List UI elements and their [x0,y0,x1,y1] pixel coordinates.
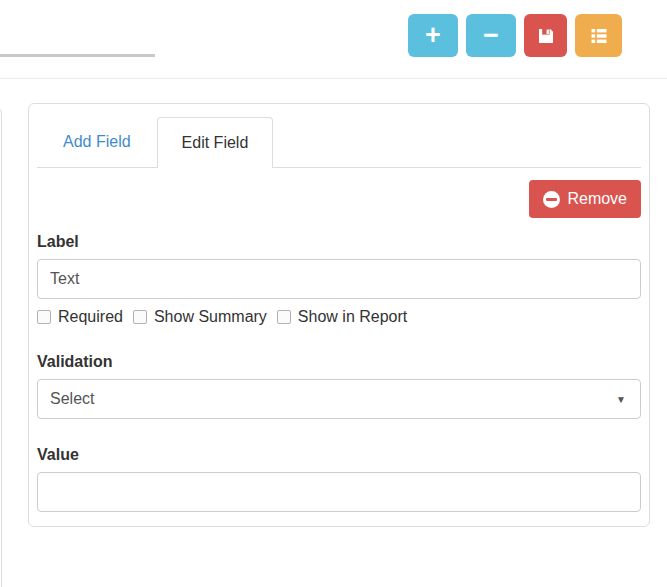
save-button[interactable] [524,14,567,57]
validation-selected-value: Select [50,390,94,408]
show-summary-label: Show Summary [154,308,267,326]
list-icon [590,27,608,45]
save-icon [537,27,555,45]
required-label: Required [58,308,123,326]
show-summary-option[interactable]: Show Summary [133,308,267,326]
required-checkbox[interactable] [37,310,51,324]
show-in-report-label: Show in Report [298,308,407,326]
remove-button[interactable]: Remove [529,180,641,218]
tab-bar: Add Field Edit Field [37,104,641,168]
form-builder-toolbar: + − [408,14,622,57]
show-in-report-checkbox[interactable] [277,310,291,324]
tab-add-field[interactable]: Add Field [37,117,157,167]
remove-button-label: Remove [567,190,627,208]
horizontal-divider [0,78,667,79]
label-heading: Label [37,232,641,251]
field-editor-panel: Add Field Edit Field Remove Label Requir… [28,103,650,527]
minus-icon: − [483,22,499,49]
remove-field-button[interactable]: − [466,14,516,57]
validation-select[interactable]: Select ▼ [37,379,641,419]
required-option[interactable]: Required [37,308,123,326]
heading-underline-rule [0,54,155,57]
plus-icon: + [425,22,441,49]
value-input[interactable] [37,472,641,512]
edit-field-form: Remove Label Required Show Summary Show … [37,180,641,512]
validation-heading: Validation [37,352,641,371]
show-summary-checkbox[interactable] [133,310,147,324]
show-in-report-option[interactable]: Show in Report [277,308,407,326]
list-button[interactable] [575,14,622,57]
adjacent-panel-edge [0,107,2,587]
tab-edit-field[interactable]: Edit Field [157,117,274,168]
dropdown-arrow-icon: ▼ [616,394,626,405]
add-button[interactable]: + [408,14,458,57]
value-heading: Value [37,445,641,464]
field-options-row: Required Show Summary Show in Report [37,308,641,326]
label-input[interactable] [37,259,641,299]
minus-circle-icon [543,191,560,208]
